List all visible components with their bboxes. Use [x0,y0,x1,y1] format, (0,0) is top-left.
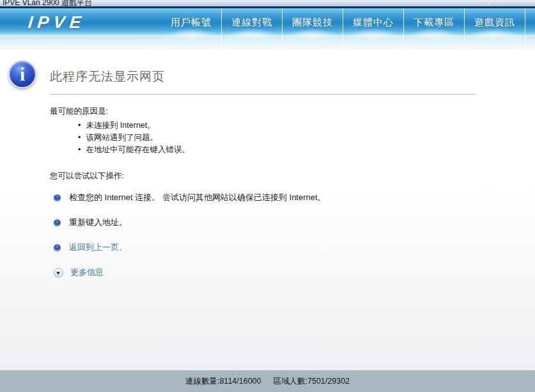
chevron-down-circle-icon[interactable] [54,268,63,278]
causes-title: 最可能的原因是: [50,106,108,117]
connections-count: 連線數量:8114/16000 [185,376,261,387]
suggestion-check-connection: 检查您的 Internet 连接。 尝试访问其他网站以确保已连接到 Intern… [54,192,326,203]
error-heading: 此程序无法显示网页 [50,68,165,85]
app-window: IPVE VLan 2900 遊戲平台 IPVE 用戶帳號 連線對戰 團隊競技 … [0,0,535,392]
more-info-link[interactable]: 更多信息 [70,267,104,278]
status-bar: 連線數量:8114/16000 區域人數:7501/29302 [0,370,535,392]
info-icon: i [8,60,36,88]
cause-item: 在地址中可能存在键入错误。 [78,145,190,155]
window-controls[interactable] [489,1,535,6]
suggestion-text: 检查您的 Internet 连接。 尝试访问其他网站以确保已连接到 Intern… [69,192,326,203]
cause-item: 该网站遇到了问题。 [78,132,158,143]
nav-glow-band [0,36,535,49]
suggestions-title: 您可以尝试以下操作: [50,171,124,182]
bullet-sphere-icon [54,194,61,201]
window-title: IPVE VLan 2900 遊戲平台 [3,0,92,6]
nav-menu: 用戶帳號 連線對戰 團隊競技 媒體中心 下載專區 遊戲資訊 [161,8,525,36]
ipve-logo: IPVE [27,13,86,33]
nav-item-download-zone[interactable]: 下載專區 [404,8,465,36]
main-navbar: IPVE 用戶帳號 連線對戰 團隊競技 媒體中心 下載專區 遊戲資訊 [0,8,535,36]
nav-item-media-center[interactable]: 媒體中心 [343,8,404,36]
bullet-sphere-icon [54,244,61,251]
bullet-sphere-icon [54,219,61,226]
nav-item-online-battle[interactable]: 連線對戰 [222,8,283,36]
suggestion-retype-address: 重新键入地址。 [54,217,127,228]
go-back-link[interactable]: 返回到上一页。 [69,242,127,253]
heading-divider [50,94,476,95]
suggestion-go-back: 返回到上一页。 [54,242,127,253]
suggestion-more-info: 更多信息 [54,267,104,278]
nav-item-team-compete[interactable]: 團隊競技 [283,8,343,36]
nav-item-game-info[interactable]: 遊戲資訊 [465,8,525,36]
nav-item-user-account[interactable]: 用戶帳號 [161,8,222,36]
cause-item: 未连接到 Internet。 [78,120,155,131]
region-population: 區域人數:7501/29302 [274,376,350,387]
suggestion-text: 重新键入地址。 [69,217,127,228]
error-page: i 此程序无法显示网页 最可能的原因是: 未连接到 Internet。 该网站遇… [0,49,535,370]
window-titlebar: IPVE VLan 2900 遊戲平台 [0,0,535,6]
